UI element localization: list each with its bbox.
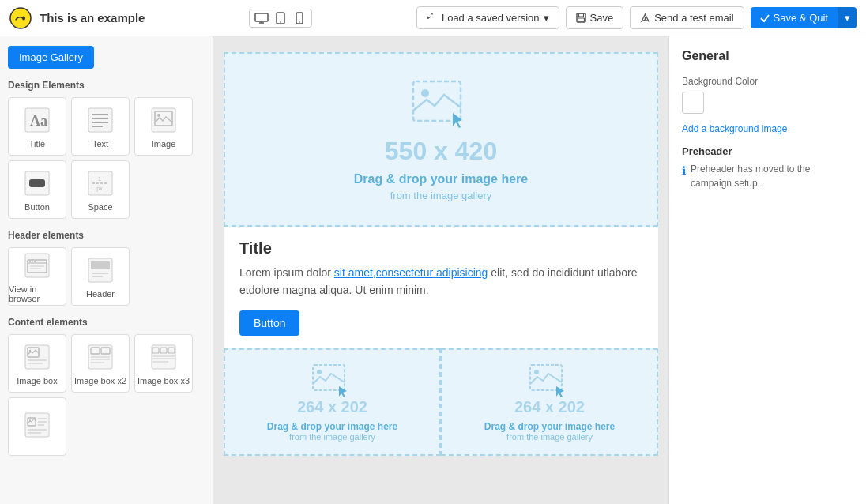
button-element-label: Button <box>24 202 50 212</box>
svg-rect-10 <box>578 18 584 21</box>
background-color-swatch[interactable] <box>682 92 704 114</box>
left-drop-zone-text: Drag & drop your image here <box>267 421 397 432</box>
left-drop-zone-sub: from the image gallery <box>289 432 375 442</box>
left-column: 264 x 202 Drag & drop your image here fr… <box>224 348 441 456</box>
app-logo <box>9 7 32 29</box>
add-background-image-link[interactable]: Add a background image <box>682 123 853 134</box>
svg-text:Aa: Aa <box>30 113 47 129</box>
send-test-email-button[interactable]: Send a test email <box>630 6 744 29</box>
right-column: 264 x 202 Drag & drop your image here fr… <box>441 348 658 456</box>
image-text-icon <box>21 409 53 441</box>
page-title: This is an example <box>40 11 145 24</box>
svg-point-33 <box>34 261 36 262</box>
canvas-content: 550 x 420 Drag & drop your image here fr… <box>224 52 658 456</box>
button-element-card[interactable]: Button <box>8 160 66 219</box>
title-icon: Aa <box>21 104 53 136</box>
svg-point-32 <box>32 261 33 262</box>
header-icon <box>85 254 116 286</box>
info-icon: ℹ <box>682 163 686 179</box>
svg-point-1 <box>22 16 25 20</box>
image-box-element-card[interactable]: Image box <box>8 334 66 393</box>
svg-text:1: 1 <box>98 175 102 182</box>
content-button[interactable]: Button <box>239 310 299 336</box>
main-drop-zone[interactable]: 550 x 420 Drag & drop your image here fr… <box>224 52 658 227</box>
svg-rect-37 <box>91 261 110 269</box>
right-image-placeholder-icon <box>528 363 571 398</box>
content-body: Lorem ipsum dolor sit amet,consectetur a… <box>239 264 642 299</box>
image-icon <box>148 104 179 136</box>
main-layout: Image Gallery Design Elements Aa Title T… <box>0 36 866 504</box>
save-button[interactable]: Save <box>566 6 624 29</box>
right-panel-title: General <box>682 49 853 63</box>
image-element-card[interactable]: Image <box>134 97 193 156</box>
svg-rect-23 <box>29 179 45 187</box>
svg-point-2 <box>17 16 18 17</box>
svg-point-7 <box>299 21 300 23</box>
design-elements-grid: Aa Title Text Image <box>8 97 205 219</box>
svg-rect-28 <box>25 254 49 277</box>
image-box-x2-element-card[interactable]: Image box x2 <box>71 334 130 393</box>
text-element-card[interactable]: Text <box>71 97 130 156</box>
left-drop-zone-size: 264 x 202 <box>297 398 367 416</box>
save-quit-dropdown-button[interactable]: ▾ <box>838 7 857 28</box>
image-text-element-card[interactable] <box>8 397 66 456</box>
save-quit-button[interactable]: Save & Quit <box>751 7 838 28</box>
svg-marker-68 <box>453 113 462 128</box>
svg-point-31 <box>29 261 31 262</box>
svg-point-21 <box>157 114 160 117</box>
right-drop-zone-size: 264 x 202 <box>514 398 585 416</box>
preheader-info-box: ℹ Preheader has moved to the campaign se… <box>682 162 853 190</box>
right-drop-zone[interactable]: 264 x 202 Drag & drop your image here fr… <box>441 348 658 456</box>
svg-marker-71 <box>339 386 347 397</box>
header-elements-title: Header elements <box>8 230 205 241</box>
left-panel: Image Gallery Design Elements Aa Title T… <box>0 36 213 504</box>
left-drop-zone[interactable]: 264 x 202 Drag & drop your image here fr… <box>224 348 441 456</box>
design-elements-title: Design Elements <box>8 80 205 91</box>
topbar: This is an example Load a saved version … <box>0 0 866 36</box>
svg-point-70 <box>317 370 322 374</box>
image-box-x3-element-card[interactable]: Image box x3 <box>134 334 193 393</box>
header-elements-grid: View in browser Header <box>8 247 205 306</box>
space-icon: 1px <box>85 167 116 199</box>
topbar-actions: Load a saved version ▾ Save Send a test … <box>416 6 857 29</box>
title-element-card[interactable]: Aa Title <box>8 97 66 156</box>
content-elements-grid: Image box Image box x2 Image box x3 <box>8 334 205 456</box>
image-gallery-button[interactable]: Image Gallery <box>8 46 94 69</box>
svg-point-67 <box>421 89 429 97</box>
svg-rect-3 <box>255 13 268 21</box>
left-image-placeholder-icon <box>311 363 354 398</box>
main-drop-zone-size: 550 x 420 <box>385 137 497 166</box>
content-block: Title Lorem ipsum dolor sit amet,consect… <box>224 227 658 348</box>
svg-point-42 <box>29 350 31 352</box>
svg-rect-14 <box>88 108 112 132</box>
two-column-section: 264 x 202 Drag & drop your image here fr… <box>224 348 658 456</box>
space-element-card[interactable]: 1px Space <box>71 160 130 219</box>
view-in-browser-element-card[interactable]: View in browser <box>8 247 66 306</box>
main-drop-zone-text: Drag & drop your image here <box>354 172 529 186</box>
mobile-view-button[interactable] <box>292 12 307 24</box>
preheader-title: Preheader <box>682 145 853 157</box>
device-switcher <box>249 9 312 28</box>
button-icon <box>21 167 53 199</box>
tablet-view-button[interactable] <box>273 12 288 24</box>
image-box-x2-icon <box>85 341 116 373</box>
svg-point-60 <box>29 419 31 421</box>
svg-rect-51 <box>152 345 175 369</box>
right-drop-zone-sub: from the image gallery <box>506 432 593 442</box>
background-color-label: Background Color <box>682 76 853 87</box>
load-version-button[interactable]: Load a saved version ▾ <box>416 6 559 29</box>
content-body-link[interactable]: sit amet,consectetur adipisicing <box>334 266 488 279</box>
main-drop-zone-sub: from the image gallery <box>390 190 492 201</box>
header-element-card[interactable]: Header <box>71 247 130 306</box>
svg-marker-74 <box>556 386 564 397</box>
svg-point-5 <box>280 21 281 23</box>
view-in-browser-label: View in browser <box>9 284 66 303</box>
image-box-icon <box>21 341 53 373</box>
desktop-view-button[interactable] <box>254 12 269 24</box>
canvas: 550 x 420 Drag & drop your image here fr… <box>213 36 668 504</box>
header-element-label: Header <box>86 289 115 299</box>
view-in-browser-icon <box>21 250 53 281</box>
svg-text:px: px <box>96 186 103 192</box>
image-box-x3-icon <box>148 341 179 373</box>
save-quit-button-group: Save & Quit ▾ <box>751 7 857 28</box>
